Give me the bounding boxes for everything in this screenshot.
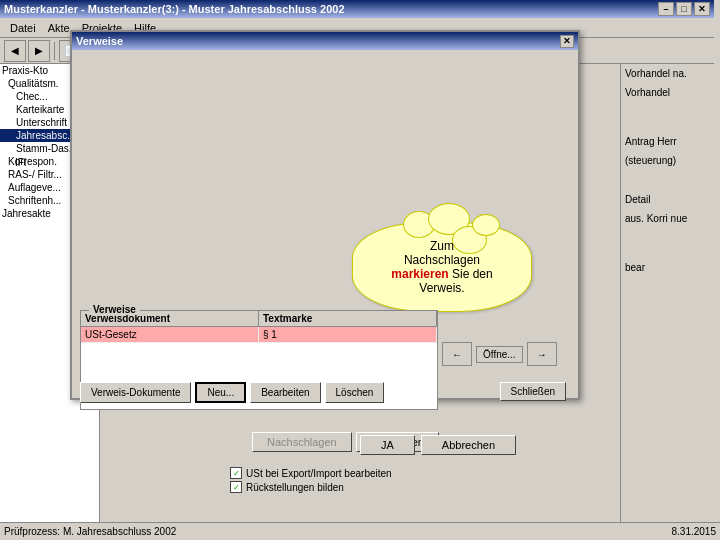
nav-forward-button[interactable]: → <box>527 342 557 366</box>
cloud-text: Zum Nachschlagen markieren Sie den Verwe… <box>391 239 492 295</box>
bottom-buttons: Verweis-Dokumente Neu... Bearbeiten Lösc… <box>80 382 384 403</box>
modal-title-bar: Verweise ✕ <box>72 32 578 50</box>
main-window: Musterkanzler - Musterkanzler(3:) - Must… <box>0 0 720 540</box>
table-row[interactable]: USt-Gesetz § 1 <box>81 327 437 343</box>
modal-overlay: Verweise ✕ Zum Nachschlagen <box>0 0 720 540</box>
nachschlagen-button[interactable]: Nachschlagen <box>252 432 352 452</box>
checkbox-2[interactable]: ✓ <box>230 481 242 493</box>
checkbox-item-2: ✓ Rückstellungen bilden <box>230 481 392 493</box>
tooltip-line5: Verweis. <box>419 281 464 295</box>
abbrechen-button[interactable]: Abbrechen <box>421 435 516 455</box>
tooltip-line4: Sie den <box>449 267 493 281</box>
tooltip-line3: markieren <box>391 267 448 281</box>
cloud-bump-2 <box>472 214 500 236</box>
modal-dialog: Verweise ✕ Zum Nachschlagen <box>70 30 580 400</box>
nav-open-label[interactable]: Öffne... <box>476 346 523 363</box>
tooltip-cloud: Zum Nachschlagen markieren Sie den Verwe… <box>352 222 532 322</box>
nav-buttons: ← Öffne... → <box>442 342 557 366</box>
groupbox-title: Verweise <box>89 304 140 315</box>
checkbox-label-1: USt bei Export/Import bearbeiten <box>246 468 392 479</box>
bearbeiten-button[interactable]: Bearbeiten <box>250 382 320 403</box>
bottom-checkboxes: ✓ USt bei Export/Import bearbeiten ✓ Rüc… <box>230 467 392 493</box>
ja-button[interactable]: JA <box>360 435 415 455</box>
loschen-button[interactable]: Löschen <box>325 382 385 403</box>
schliessen-area: Schließen <box>500 382 566 401</box>
tooltip-line1: Zum <box>430 239 454 253</box>
modal-title-buttons: ✕ <box>560 35 574 48</box>
status-text: Prüfprozess: M. Jahresabschluss 2002 <box>4 526 672 537</box>
status-bar: Prüfprozess: M. Jahresabschluss 2002 8.3… <box>0 522 720 540</box>
cell-doc: USt-Gesetz <box>81 327 259 342</box>
confirm-buttons: JA Abbrechen <box>360 435 516 455</box>
checkbox-item-1: ✓ USt bei Export/Import bearbeiten <box>230 467 392 479</box>
checkbox-1[interactable]: ✓ <box>230 467 242 479</box>
modal-close-button[interactable]: ✕ <box>560 35 574 48</box>
status-time: 8.31.2015 <box>672 526 717 537</box>
col-header-marker: Textmarke <box>259 311 437 326</box>
tooltip-line2: Nachschlagen <box>404 253 480 267</box>
modal-body: Zum Nachschlagen markieren Sie den Verwe… <box>72 50 578 66</box>
cloud-shape: Zum Nachschlagen markieren Sie den Verwe… <box>352 222 532 312</box>
schliessen-button[interactable]: Schließen <box>500 382 566 401</box>
nav-back-button[interactable]: ← <box>442 342 472 366</box>
modal-title: Verweise <box>76 35 123 47</box>
cell-marker: § 1 <box>259 327 437 342</box>
verweis-dokument-button[interactable]: Verweis-Dokumente <box>80 382 191 403</box>
neu-button[interactable]: Neu... <box>195 382 246 403</box>
checkbox-label-2: Rückstellungen bilden <box>246 482 344 493</box>
